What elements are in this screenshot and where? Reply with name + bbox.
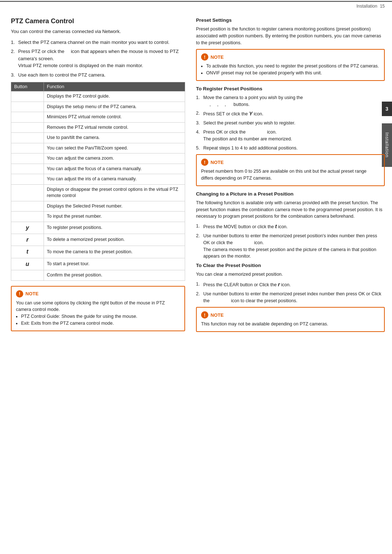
step-3-num: 3. — [11, 71, 18, 79]
changing-picture-text: The following function is available only… — [196, 200, 385, 220]
step-1: 1. Select the PTZ camera channel on the … — [11, 39, 185, 46]
clr1-text: Press the CLEAR button or Click the r ic… — [203, 281, 385, 288]
top-bar: Installation 15 — [0, 1, 392, 10]
left-note-bullet-1: PTZ Control Guide: Shows the guide for u… — [21, 313, 180, 320]
clear-preset-text: You can clear a memorized preset positio… — [196, 271, 385, 278]
left-column: PTZ Camera Control You can control the c… — [11, 17, 185, 337]
preset-settings-text: Preset position is the function to regis… — [196, 26, 385, 46]
step-1-num: 1. — [11, 39, 18, 46]
register-step-4: 4. Press OK or click the icon.The positi… — [196, 129, 385, 143]
changing-picture-title: Changing to a Picture in a Preset Positi… — [196, 191, 385, 197]
table-row: Minimizes PTZ virtual remote control. — [11, 112, 185, 123]
changing-picture-steps: 1. Press the MOVE button or click the t … — [196, 223, 385, 260]
clr-step-2: 2. Use number buttons to enter the memor… — [196, 291, 385, 304]
table-row: You can select the Pan/Tilt/Zoom speed. — [11, 143, 185, 153]
rs4-num: 4. — [196, 129, 203, 143]
clr2-num: 2. — [196, 291, 203, 304]
left-note-box: ! NOTE You can use some options by click… — [11, 286, 185, 331]
clear-preset-title: To Clear the Preset Position — [196, 263, 385, 268]
intro-text: You can control the cameras connected vi… — [11, 28, 185, 35]
clear-note-text: This function may not be available depen… — [201, 321, 380, 328]
table-cell-button — [11, 133, 44, 143]
preset-note-header: ! NOTE — [201, 53, 380, 61]
changing-picture-section: Changing to a Picture in a Preset Positi… — [196, 191, 385, 260]
table-cell-button — [11, 143, 44, 153]
rs1-num: 1. — [196, 94, 203, 108]
left-note-bullets: PTZ Control Guide: Shows the guide for u… — [21, 313, 180, 327]
table-cell-function: To move the camera to the preset positio… — [44, 246, 185, 258]
register-preset-title: To Register Preset Positions — [196, 86, 385, 91]
table-row: Displays the PTZ control guide. — [11, 91, 185, 102]
step-2-text: Press PTZ or click the icon that appears… — [18, 48, 185, 69]
preset-settings-section: Preset Settings Preset position is the f… — [196, 17, 385, 81]
rs2-text: Press SET or click the Y icon. — [203, 110, 385, 118]
rs5-text: Repeat steps 1 to 4 to add additional po… — [203, 145, 385, 152]
table-cell-button: t — [11, 246, 44, 258]
table-cell-button — [11, 112, 44, 123]
table-cell-button: u — [11, 258, 44, 270]
rs3-text: Select the preset number you wish to reg… — [203, 120, 385, 127]
register-note-box: ! NOTE Preset numbers from 0 to 255 are … — [196, 154, 385, 186]
register-note-icon: ! — [201, 159, 208, 166]
right-column: Preset Settings Preset position is the f… — [196, 17, 385, 337]
table-cell-function: Displays the setup menu of the PTZ camer… — [44, 102, 185, 112]
table-row: To input the preset number. — [11, 212, 185, 222]
rs1-text: Move the camera to a point you wish by u… — [203, 94, 385, 108]
table-cell-function: You can adjust the iris of a camera manu… — [44, 174, 185, 185]
register-preset-steps: 1. Move the camera to a point you wish b… — [196, 94, 385, 152]
table-row: Displays or disappear the preset control… — [11, 184, 185, 201]
preset-note-title: NOTE — [211, 54, 224, 60]
table-cell-function: Use to pan/tilt the camera. — [44, 133, 185, 143]
clear-preset-section: To Clear the Preset Position You can cle… — [196, 263, 385, 332]
header-section-label: Installation — [356, 4, 377, 9]
table-cell-button: y — [11, 222, 44, 234]
table-cell-button — [11, 212, 44, 222]
table-cell-button — [11, 174, 44, 185]
table-cell-function: To start a preset tour. — [44, 258, 185, 270]
register-note-title: NOTE — [211, 160, 224, 165]
cp2-text: Use number buttons to enter the memorize… — [203, 233, 385, 260]
step-3-text: Use each item to control the PTZ camera. — [18, 71, 185, 79]
table-cell-button — [11, 201, 44, 212]
table-cell-button — [11, 164, 44, 174]
clr1-num: 1. — [196, 281, 203, 288]
rs3-num: 3. — [196, 120, 203, 127]
table-cell-button — [11, 91, 44, 102]
register-note-text: Preset numbers from 0 to 255 are availab… — [201, 168, 380, 182]
table-row: You can adjust the focus of a camera man… — [11, 164, 185, 174]
table-cell-function: To input the preset number. — [44, 212, 185, 222]
cp1-text: Press the MOVE button or click the t ico… — [203, 223, 385, 230]
steps-list: 1. Select the PTZ camera channel on the … — [11, 39, 185, 79]
table-cell-function: You can select the Pan/Tilt/Zoom speed. — [44, 143, 185, 153]
left-note-text: You can use some options by clicking the… — [16, 300, 180, 313]
rs5-num: 5. — [196, 145, 203, 152]
cp-step-2: 2. Use number buttons to enter the memor… — [196, 233, 385, 260]
cp-step-1: 1. Press the MOVE button or click the t … — [196, 223, 385, 230]
step-2: 2. Press PTZ or click the icon that appe… — [11, 48, 185, 69]
table-cell-button — [11, 184, 44, 201]
table-cell-button: r — [11, 234, 44, 246]
left-note-title: NOTE — [25, 291, 38, 296]
register-note-header: ! NOTE — [201, 159, 380, 166]
table-cell-function: Removes the PTZ virtual remote control. — [44, 122, 185, 133]
table-cell-function: You can adjust the camera zoom. — [44, 153, 185, 164]
preset-note-bullets: To activate this function, you need to r… — [206, 63, 380, 77]
table-row: Confirm the preset position. — [11, 270, 185, 281]
table-cell-function: Confirm the preset position. — [44, 270, 185, 281]
clr-step-1: 1. Press the CLEAR button or Click the r… — [196, 281, 385, 288]
preset-settings-title: Preset Settings — [196, 17, 385, 23]
rs4-text: Press OK or click the icon.The position … — [203, 129, 385, 143]
page-container: Installation 15 3 Installation PTZ Camer… — [0, 0, 392, 554]
clear-preset-steps: 1. Press the CLEAR button or Click the r… — [196, 281, 385, 304]
col-button-header: Button — [11, 82, 44, 91]
table-cell-button — [11, 102, 44, 112]
table-row: You can adjust the iris of a camera manu… — [11, 174, 185, 185]
table-row: Use to pan/tilt the camera. — [11, 133, 185, 143]
preset-note-bullet-1: To activate this function, you need to r… — [206, 63, 380, 70]
step-3: 3. Use each item to control the PTZ came… — [11, 71, 185, 79]
main-content: PTZ Camera Control You can control the c… — [0, 14, 392, 344]
clear-note-title: NOTE — [211, 312, 224, 318]
table-cell-function: To register preset positions. — [44, 222, 185, 234]
clear-note-icon: ! — [201, 311, 208, 319]
page-title: PTZ Camera Control — [11, 17, 185, 25]
